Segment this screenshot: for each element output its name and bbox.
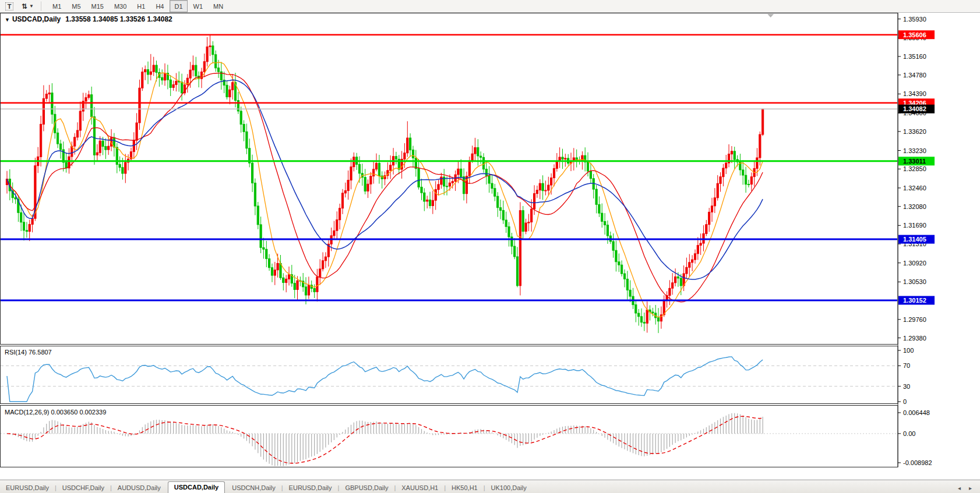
tab-scroll-left-icon[interactable]: ◂ [958,485,961,491]
macd-main-value: 0.003650 [51,409,77,416]
chart-tab-audusd-daily[interactable]: AUDUSD,Daily [112,483,167,493]
chart-tab-bar: EURUSD,Daily|USDCHF,Daily|AUDUSD,DailyUS… [0,480,980,493]
chart-ohlc-quote: 1.33558 1.34085 1.33526 1.34082 [65,15,172,23]
price-level-badge: 1.31405 [898,235,935,244]
svg-text:1.31690: 1.31690 [903,222,926,229]
svg-text:1.31405: 1.31405 [903,236,926,243]
svg-text:1.33011: 1.33011 [903,158,926,165]
mt4-window: T ⇅ ▼ M1M5M15M30H1H4D1W1MN 1.359301.3554… [0,0,980,493]
macd-name: MACD(12,26,9) [5,409,49,416]
svg-text:1.35160: 1.35160 [903,53,926,60]
macd-panel[interactable] [1,406,898,467]
current-price-badge: 1.34082 [898,105,935,114]
chart-symbol-label: USDCAD,Daily [12,15,61,23]
svg-text:1.34780: 1.34780 [903,72,926,79]
chart-title: ▼USDCAD,Daily1.33558 1.34085 1.33526 1.3… [5,15,172,23]
svg-text:1.29380: 1.29380 [903,335,926,342]
svg-text:1.29760: 1.29760 [903,316,926,323]
price-level-badge: 1.30152 [898,296,935,305]
rsi-indicator-label: RSI(14) 76.5807 [5,349,52,356]
svg-text:1.33620: 1.33620 [903,128,926,135]
chart-tab-xauusd-h1[interactable]: XAUUSD,H1 [396,483,444,493]
svg-text:1.30530: 1.30530 [903,278,926,285]
svg-text:100: 100 [903,347,914,354]
tab-scroll-arrows: ◂▸ [958,485,972,493]
chart-tab-uk100-daily[interactable]: UK100,Daily [485,483,533,493]
indicator-axis-labels: 100703000.0064480.00-0.008982 [898,347,932,466]
price-axis[interactable]: 1.359301.355401.351601.347801.343901.340… [898,16,926,342]
svg-text:70: 70 [903,362,910,369]
chart-tab-gbpusd-daily[interactable]: GBPUSD,Daily [339,483,394,493]
svg-text:0.006448: 0.006448 [903,409,930,416]
svg-text:1.30920: 1.30920 [903,260,926,267]
chart-tab-usdcnh-daily[interactable]: USDCNH,Daily [226,483,281,493]
rsi-current-value: 76.5807 [29,349,52,356]
collapse-triangle-icon[interactable]: ▼ [5,17,10,23]
chart-tab-usdchf-daily[interactable]: USDCHF,Daily [57,483,110,493]
svg-text:1.34082: 1.34082 [903,105,926,112]
chart-tab-eurusd-daily[interactable]: EURUSD,Daily [0,483,55,493]
price-level-badge: 1.33011 [898,157,935,165]
rsi-name: RSI(14) [5,349,27,356]
svg-text:1.33230: 1.33230 [903,147,926,154]
chart-tab-hk50-h1[interactable]: HK50,H1 [446,483,484,493]
rsi-panel[interactable] [1,346,898,404]
macd-indicator-label: MACD(12,26,9) 0.003650 0.002339 [5,409,106,416]
macd-signal-value: 0.002339 [79,409,106,416]
svg-text:1.34390: 1.34390 [903,90,926,97]
svg-text:1.35606: 1.35606 [903,31,926,38]
svg-text:0: 0 [903,398,907,405]
chart-tab-usdcad-daily[interactable]: USDCAD,Daily [168,481,225,493]
chart-tab-eurusd-daily[interactable]: EURUSD,Daily [283,483,338,493]
svg-text:30: 30 [903,383,910,390]
tab-scroll-right-icon[interactable]: ▸ [969,485,972,491]
svg-text:0.00: 0.00 [903,430,915,437]
price-level-badge: 1.35606 [898,30,935,39]
svg-text:1.35930: 1.35930 [903,16,926,23]
svg-text:1.30152: 1.30152 [903,297,926,304]
svg-text:-0.008982: -0.008982 [903,459,932,466]
svg-text:1.32850: 1.32850 [903,165,926,172]
svg-text:1.32080: 1.32080 [903,203,926,210]
svg-text:1.32460: 1.32460 [903,185,926,191]
chart-canvas[interactable]: 1.359301.355401.351601.347801.343901.340… [0,0,980,467]
